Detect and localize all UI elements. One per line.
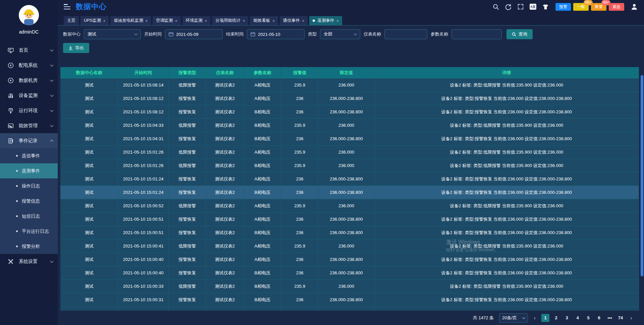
table-row[interactable]: 测试2021-05-10 15:01:26低限报警测试仪表2A相电压235.92…: [60, 146, 639, 159]
table-row[interactable]: 测试2021-05-10 15:00:33低限报警测试仪表2B相电压235.92…: [60, 280, 639, 293]
table-row[interactable]: 测试2021-05-10 15:00:41低限报警测试仪表2A相电压235.92…: [60, 239, 639, 253]
table-row[interactable]: 测试2021-05-10 15:00:28低限报警测试仪表2A相电压235.92…: [60, 307, 639, 311]
tab-label: 柴油发电机监测: [114, 18, 143, 23]
cell-detail: 设备2 标签: 类型:低限报警 当前值:235.900 设定值:236.000: [375, 239, 639, 253]
submenu-item-报警分析[interactable]: 报警分析: [0, 239, 58, 254]
cell-meter: 测试仪表2: [206, 186, 244, 199]
page-button-1[interactable]: 1: [541, 314, 549, 322]
table-row[interactable]: 测试2021-05-10 15:00:31报警恢复测试仪表2B相电压236236…: [60, 293, 639, 307]
theme-shirt-icon[interactable]: [542, 3, 549, 10]
sidebar-item-设备监测[interactable]: 设备监测: [0, 88, 58, 103]
table-row[interactable]: 测试2021-05-10 15:00:51报警恢复测试仪表2A相电压236236…: [60, 213, 639, 226]
refresh-icon[interactable]: [504, 3, 512, 10]
alarm-button-一般[interactable]: 一般99+: [573, 3, 589, 11]
table-row[interactable]: 测试2021-05-10 15:04:33低限报警测试仪表2B相电压235.92…: [60, 119, 639, 132]
close-icon[interactable]: ×: [146, 19, 148, 23]
datacenter-select[interactable]: 测试: [84, 29, 141, 39]
cell-dc: 测试: [60, 280, 118, 293]
page-button-2[interactable]: 2: [552, 314, 560, 322]
end-time-label: 结束时间: [226, 31, 244, 37]
close-icon[interactable]: ×: [103, 19, 105, 23]
cell-dc: 测试: [60, 226, 118, 239]
cell-param: A相电压: [244, 239, 281, 253]
tab-空调监测[interactable]: 空调监测×: [153, 16, 180, 25]
tab-主页[interactable]: 主页: [64, 16, 79, 25]
table-row[interactable]: 测试2021-05-10 15:01:24报警恢复测试仪表2A相电压236236…: [60, 172, 639, 186]
username: adminDC: [0, 29, 58, 35]
user-icon[interactable]: [631, 3, 638, 10]
search-icon[interactable]: [492, 3, 499, 10]
page-size-select[interactable]: 20条/页: [499, 313, 528, 323]
prev-page-button[interactable]: ‹: [531, 314, 539, 322]
submenu-item-遥测事件[interactable]: 遥测事件: [0, 163, 58, 178]
table-row[interactable]: 测试2021-05-10 15:08:12报警恢复测试仪表2B相电压236236…: [60, 105, 639, 119]
submenu-item-操作日志[interactable]: 操作日志: [0, 178, 58, 194]
table-row[interactable]: 测试2021-05-10 15:08:12报警恢复测试仪表2A相电压236236…: [60, 92, 639, 105]
tab-能效看板[interactable]: 能效看板×: [250, 16, 278, 25]
chevron-down-icon: [135, 32, 138, 36]
tab-通信事件[interactable]: 通信事件×: [280, 16, 308, 25]
close-icon[interactable]: ×: [205, 19, 207, 23]
export-button[interactable]: 导出: [63, 43, 89, 53]
alarm-button-紧急[interactable]: 紧急: [609, 3, 624, 11]
close-icon[interactable]: ×: [175, 19, 177, 23]
column-header-参数名称: 参数名称: [244, 67, 281, 78]
tab-环境监测[interactable]: 环境监测×: [182, 16, 210, 25]
page-button-74[interactable]: 74: [616, 314, 625, 322]
next-page-button[interactable]: ›: [627, 314, 635, 322]
cell-time: 2021-05-10 15:00:51: [118, 226, 169, 239]
table-row[interactable]: 测试2021-05-10 15:01:24报警恢复测试仪表2B相电压236236…: [60, 186, 639, 199]
close-icon[interactable]: ×: [302, 19, 304, 23]
active-tab-dot: [313, 19, 315, 22]
alarm-button-重要[interactable]: 重要99+: [591, 3, 606, 11]
page-button-4[interactable]: 4: [574, 314, 582, 322]
param-name-input[interactable]: [451, 29, 502, 39]
meter-name-input[interactable]: [384, 29, 427, 39]
start-date-input[interactable]: 2021-05-09: [165, 29, 223, 39]
font-language-icon[interactable]: A文: [529, 3, 537, 10]
end-date-input[interactable]: 2021-05-10: [247, 29, 305, 39]
avatar[interactable]: [19, 5, 39, 25]
tab-分项用能统计[interactable]: 分项用能统计×: [212, 16, 248, 25]
column-header-详情: 详情: [375, 67, 639, 78]
sidebar-item-事件记录[interactable]: 事件记录: [0, 133, 58, 148]
cell-type: 报警恢复: [169, 253, 206, 266]
fullscreen-icon[interactable]: [517, 3, 524, 10]
table-row[interactable]: 测试2021-05-10 15:00:40报警恢复测试仪表2A相电压236236…: [60, 253, 639, 266]
page-ellipsis[interactable]: •••: [606, 314, 614, 322]
search-button[interactable]: 查询: [506, 29, 533, 39]
cell-detail: 设备2 标签: 类型:报警恢复 当前值:236.000 设定值:236.000-…: [375, 105, 639, 118]
tab-遥测事件[interactable]: 遥测事件×: [309, 16, 342, 25]
tab-UPS监测[interactable]: UPS监测×: [80, 16, 109, 25]
sidebar-item-数据机房[interactable]: 数据机房: [0, 73, 58, 88]
close-icon[interactable]: ×: [243, 19, 245, 23]
table-row[interactable]: 测试2021-05-10 15:00:51报警恢复测试仪表2B相电压236236…: [60, 226, 639, 239]
sidebar-item-运行环境[interactable]: 运行环境: [0, 103, 58, 118]
submenu-item-遥信事件[interactable]: 遥信事件: [0, 148, 58, 163]
close-icon[interactable]: ×: [336, 19, 338, 23]
sidebar-item-配电系统[interactable]: 配电系统: [0, 58, 58, 73]
table-row[interactable]: 测试2021-05-10 15:08:14低限报警测试仪表2A相电压235.92…: [60, 78, 639, 92]
app-root: adminDC 首页配电系统数据机房设备监测运行环境能效管理事件记录遥信事件遥测…: [0, 0, 644, 325]
filter-row: 数据中心 测试 开始时间 2021-05-09 结束时间 2021-05-10 …: [58, 25, 644, 42]
type-select[interactable]: 全部: [320, 29, 360, 39]
collapse-menu-icon[interactable]: [64, 4, 70, 9]
table-row[interactable]: 测试2021-05-10 15:00:40报警恢复测试仪表2B相电压236236…: [60, 266, 639, 280]
submenu-item-短信日志[interactable]: 短信日志: [0, 209, 58, 224]
table-row[interactable]: 测试2021-05-10 15:01:26低限报警测试仪表2B相电压235.92…: [60, 159, 639, 172]
tab-柴油发电机监测[interactable]: 柴油发电机监测×: [110, 16, 151, 25]
close-icon[interactable]: ×: [272, 19, 274, 23]
table-row[interactable]: 测试2021-05-10 15:04:31报警恢复测试仪表2B相电压236236…: [60, 132, 639, 146]
submenu-item-平台运行日志[interactable]: 平台运行日志: [0, 224, 58, 239]
vertical-scrollbar[interactable]: [641, 75, 643, 276]
page-button-6[interactable]: 6: [595, 314, 603, 322]
sidebar-item-首页[interactable]: 首页: [0, 43, 58, 58]
table-row[interactable]: 测试2021-05-10 15:00:52低限报警测试仪表2A相电压235.92…: [60, 199, 639, 213]
sidebar-item-能效管理[interactable]: 能效管理: [0, 118, 58, 133]
alarm-button-预警[interactable]: 预警: [555, 3, 571, 11]
page-button-5[interactable]: 5: [584, 314, 592, 322]
cell-limit: 236.000-238.800: [318, 293, 374, 306]
submenu-item-报警信息[interactable]: 报警信息: [0, 194, 58, 209]
page-button-3[interactable]: 3: [563, 314, 571, 322]
sidebar-item-系统设置[interactable]: 系统设置: [0, 254, 58, 269]
